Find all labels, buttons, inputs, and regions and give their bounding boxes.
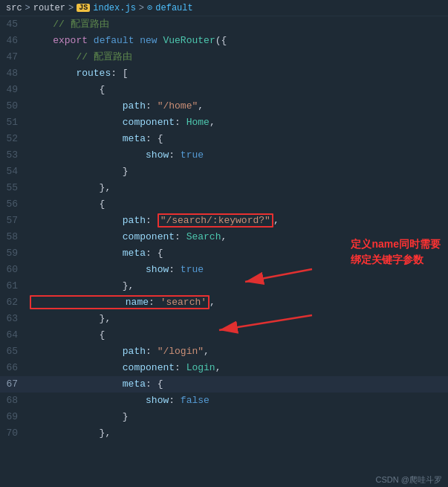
code-line-45: 45 // 配置路由 (0, 16, 448, 33)
code-line-61: 61 }, (0, 278, 448, 294)
breadcrumb-bar: src > router > JS index.js > ⊙ default (0, 0, 448, 16)
code-line-63: 63 }, (0, 311, 448, 327)
bc-router: router (33, 3, 65, 13)
line-num-46: 46 (0, 33, 27, 49)
line-content-45: // 配置路由 (27, 16, 448, 33)
line-content-51: component: Home, (27, 115, 448, 131)
code-line-69: 69 } (0, 409, 448, 425)
code-line-47: 47 // 配置路由 (0, 49, 448, 65)
line-num-56: 56 (0, 196, 27, 213)
line-num-64: 64 (0, 327, 27, 344)
bc-sep1: > (25, 3, 30, 13)
line-num-52: 52 (0, 131, 27, 147)
line-num-70: 70 (0, 425, 27, 442)
line-num-69: 69 (0, 409, 27, 425)
line-num-47: 47 (0, 49, 27, 65)
code-line-54: 54 } (0, 164, 448, 180)
line-content-50: path: "/home", (27, 98, 448, 115)
code-line-50: 50 path: "/home", (0, 98, 448, 115)
code-line-68: 68 show: false (0, 393, 448, 409)
line-content-67: meta: { (27, 376, 448, 393)
code-line-48: 48 routes: [ (0, 65, 448, 82)
code-line-49: 49 { (0, 82, 448, 98)
line-num-54: 54 (0, 164, 27, 180)
code-line-67: 67 meta: { (0, 376, 448, 393)
line-num-58: 58 (0, 229, 27, 245)
line-num-63: 63 (0, 311, 27, 327)
line-num-57: 57 (0, 213, 27, 229)
code-line-46: 46 export default new VueRouter({ (0, 33, 448, 49)
line-num-48: 48 (0, 65, 27, 82)
line-num-65: 65 (0, 344, 27, 360)
line-content-70: }, (27, 425, 448, 442)
line-content-63: }, (27, 311, 448, 327)
code-line-53: 53 show: true (0, 147, 448, 164)
line-content-61: }, (27, 278, 448, 294)
annotation-label: 定义name同时需要 绑定关键字参数 (351, 236, 441, 268)
code-area: 45 // 配置路由 46 export default new VueRout… (0, 16, 448, 442)
bc-default-icon: ⊙ (147, 2, 152, 13)
line-num-62: 62 (0, 294, 27, 311)
line-content-55: }, (27, 180, 448, 196)
line-num-45: 45 (0, 16, 27, 33)
bc-sep2: > (68, 3, 74, 13)
code-line-62: 62 name: 'search', (0, 294, 448, 311)
line-num-67: 67 (0, 376, 27, 393)
line-content-46: export default new VueRouter({ (27, 33, 448, 49)
annotation-line1: 定义name同时需要 (351, 236, 441, 252)
code-line-56: 56 { (0, 196, 448, 213)
line-num-61: 61 (0, 278, 27, 294)
code-line-57: 57 path: "/search/:keyword?", (0, 213, 448, 229)
line-content-52: meta: { (27, 131, 448, 147)
bc-func: default (155, 3, 192, 13)
line-num-60: 60 (0, 262, 27, 278)
line-num-53: 53 (0, 147, 27, 164)
line-content-66: component: Login, (27, 360, 448, 376)
line-content-48: routes: [ (27, 65, 448, 82)
line-content-57: path: "/search/:keyword?", (27, 213, 448, 229)
name-box: name: 'search' (30, 295, 210, 309)
line-num-49: 49 (0, 82, 27, 98)
code-line-51: 51 component: Home, (0, 115, 448, 131)
line-content-49: { (27, 82, 448, 98)
line-num-66: 66 (0, 360, 27, 376)
code-line-55: 55 }, (0, 180, 448, 196)
bc-sep3: > (139, 3, 144, 13)
line-content-69: } (27, 409, 448, 425)
line-num-59: 59 (0, 245, 27, 262)
line-content-68: show: false (27, 393, 448, 409)
bc-src: src (6, 3, 22, 13)
footer-text: CSDN @爬哇斗罗 (376, 475, 442, 484)
line-content-54: } (27, 164, 448, 180)
line-num-51: 51 (0, 115, 27, 131)
line-num-55: 55 (0, 180, 27, 196)
code-line-52: 52 meta: { (0, 131, 448, 147)
line-num-50: 50 (0, 98, 27, 115)
annotation-line2: 绑定关键字参数 (351, 252, 441, 268)
code-line-70: 70 }, (0, 425, 448, 442)
footer: CSDN @爬哇斗罗 (370, 473, 448, 487)
line-content-53: show: true (27, 147, 448, 164)
code-line-65: 65 path: "/login", (0, 344, 448, 360)
code-line-66: 66 component: Login, (0, 360, 448, 376)
bc-js-icon: JS (77, 4, 90, 12)
bc-file: index.js (93, 3, 136, 13)
line-content-47: // 配置路由 (27, 49, 448, 65)
line-num-68: 68 (0, 393, 27, 409)
line-content-64: { (27, 327, 448, 344)
line-content-65: path: "/login", (27, 344, 448, 360)
line-content-62: name: 'search', (27, 294, 448, 311)
code-line-64: 64 { (0, 327, 448, 344)
path-string-box: "/search/:keyword?" (158, 213, 273, 228)
line-content-56: { (27, 196, 448, 213)
